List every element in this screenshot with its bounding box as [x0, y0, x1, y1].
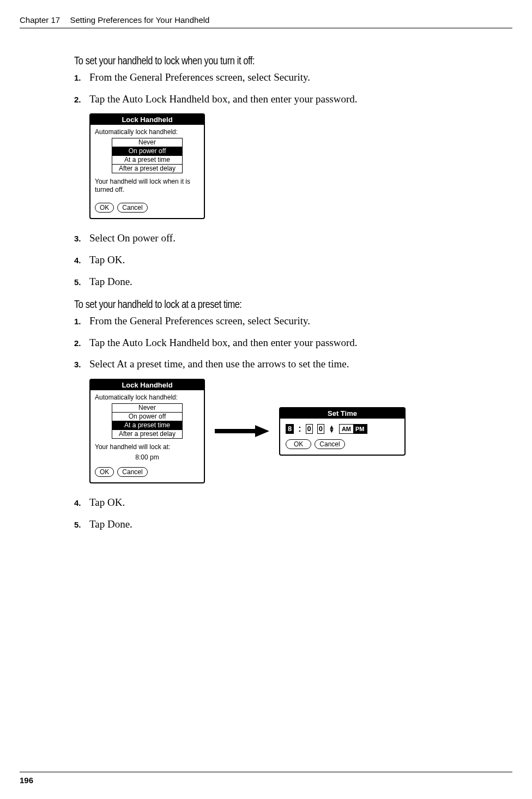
ok-button[interactable]: OK: [286, 439, 311, 449]
page-header: Chapter 17 Setting Preferences for Your …: [20, 0, 512, 28]
minute-ones[interactable]: 0: [317, 424, 324, 434]
cancel-button[interactable]: Cancel: [117, 467, 147, 477]
time-row: 8 : 0 0 ▲ ▼ AM PM: [286, 424, 399, 434]
dialog-prompt: Automatically lock handheld:: [95, 394, 200, 401]
step-number: 1.: [74, 72, 89, 83]
step-number: 4.: [74, 498, 89, 509]
dialog-title: Lock Handheld: [90, 114, 204, 125]
step-number: 5.: [74, 277, 89, 288]
section2-steps-cont: 4.Tap OK. 5.Tap Done.: [74, 495, 512, 531]
lock-handheld-dialog-1: Lock Handheld Automatically lock handhel…: [89, 113, 205, 219]
chapter-title: Setting Preferences for Your Handheld: [70, 15, 209, 25]
step-text: Tap OK.: [89, 253, 125, 267]
step-number: 2.: [74, 94, 89, 105]
dialog-body: 8 : 0 0 ▲ ▼ AM PM OK Cancel: [280, 419, 404, 455]
step-number: 3.: [74, 233, 89, 244]
step-text: From the General Preferences screen, sel…: [89, 70, 310, 84]
svg-rect-0: [215, 429, 255, 433]
step-text: Select At a preset time, and then use th…: [89, 357, 349, 371]
option-on-power-off[interactable]: On power off: [112, 412, 182, 421]
hour-field[interactable]: 8: [286, 424, 294, 434]
option-preset-delay[interactable]: After a preset delay: [112, 164, 182, 173]
option-on-power-off[interactable]: On power off: [112, 147, 182, 155]
cancel-button[interactable]: Cancel: [315, 439, 344, 449]
step-text: Tap the Auto Lock Handheld box, and then…: [89, 92, 358, 106]
step: 3.Select At a preset time, and then use …: [74, 357, 512, 371]
step-number: 3.: [74, 359, 89, 370]
section1-steps-cont: 3.Select On power off. 4.Tap OK. 5.Tap D…: [74, 231, 512, 288]
am-option[interactable]: AM: [340, 425, 353, 433]
option-never[interactable]: Never: [112, 404, 182, 412]
dialog-note: Your handheld will lock at:: [95, 443, 200, 451]
lock-options-list[interactable]: Never On power off At a preset time Afte…: [112, 403, 183, 439]
cancel-button[interactable]: Cancel: [117, 203, 147, 213]
svg-marker-1: [255, 425, 269, 437]
step: 4.Tap OK.: [74, 495, 512, 510]
dialog-buttons: OK Cancel: [286, 439, 399, 449]
step-number: 4.: [74, 255, 89, 266]
step-text: Tap Done.: [89, 275, 132, 289]
section2-steps: 1.From the General Preferences screen, s…: [74, 314, 512, 371]
step-number: 2.: [74, 338, 89, 349]
section1-steps: 1.From the General Preferences screen, s…: [74, 70, 512, 106]
step: 2.Tap the Auto Lock Handheld box, and th…: [74, 92, 512, 106]
step: 5.Tap Done.: [74, 275, 512, 289]
option-preset-delay[interactable]: After a preset delay: [112, 429, 182, 438]
step-text: From the General Preferences screen, sel…: [89, 314, 310, 328]
section1-heading: To set your handheld to lock when you tu…: [74, 55, 433, 67]
ampm-toggle[interactable]: AM PM: [339, 424, 367, 434]
dialog-note: Your handheld will lock when it is turne…: [95, 178, 200, 194]
ok-button[interactable]: OK: [95, 467, 114, 477]
lock-options-list[interactable]: Never On power off At a preset time Afte…: [112, 138, 183, 173]
option-preset-time[interactable]: At a preset time: [112, 155, 182, 164]
set-time-dialog: Set Time 8 : 0 0 ▲ ▼ AM PM: [279, 407, 406, 456]
time-spinner[interactable]: ▲ ▼: [329, 425, 335, 433]
section2-heading: To set your handheld to lock at a preset…: [74, 298, 433, 311]
arrow-right-icon: [215, 425, 269, 437]
page-number: 196: [20, 772, 512, 785]
dialog-body: Automatically lock handheld: Never On po…: [90, 390, 204, 482]
minute-tens[interactable]: 0: [306, 424, 313, 434]
option-never[interactable]: Never: [112, 138, 182, 147]
page-content: To set your handheld to lock when you tu…: [0, 28, 532, 531]
step: 1.From the General Preferences screen, s…: [74, 70, 512, 84]
ok-button[interactable]: OK: [95, 203, 114, 213]
lock-handheld-dialog-2: Lock Handheld Automatically lock handhel…: [89, 379, 205, 483]
step: 3.Select On power off.: [74, 231, 512, 245]
time-colon: :: [298, 424, 301, 434]
dialog-buttons: OK Cancel: [95, 203, 200, 213]
pm-option[interactable]: PM: [353, 425, 367, 433]
dialog-title: Lock Handheld: [90, 380, 204, 390]
step-number: 5.: [74, 519, 89, 530]
dialog-time: 8:00 pm: [95, 453, 200, 462]
figure-2: Lock Handheld Automatically lock handhel…: [89, 379, 512, 483]
dialog-buttons: OK Cancel: [95, 467, 200, 477]
dialog-body: Automatically lock handheld: Never On po…: [90, 125, 204, 218]
dialog-prompt: Automatically lock handheld:: [95, 128, 200, 136]
step-text: Tap the Auto Lock Handheld box, and then…: [89, 336, 358, 350]
step: 5.Tap Done.: [74, 517, 512, 531]
step: 1.From the General Preferences screen, s…: [74, 314, 512, 328]
step-text: Tap OK.: [89, 495, 125, 510]
chapter-label: Chapter 17: [20, 15, 60, 25]
dialog-title: Set Time: [280, 408, 404, 419]
step-text: Tap Done.: [89, 517, 132, 531]
option-preset-time[interactable]: At a preset time: [112, 421, 182, 429]
step: 4.Tap OK.: [74, 253, 512, 267]
step-text: Select On power off.: [89, 231, 176, 245]
step: 2.Tap the Auto Lock Handheld box, and th…: [74, 336, 512, 350]
step-number: 1.: [74, 316, 89, 327]
arrow-down-icon[interactable]: ▼: [329, 429, 335, 433]
